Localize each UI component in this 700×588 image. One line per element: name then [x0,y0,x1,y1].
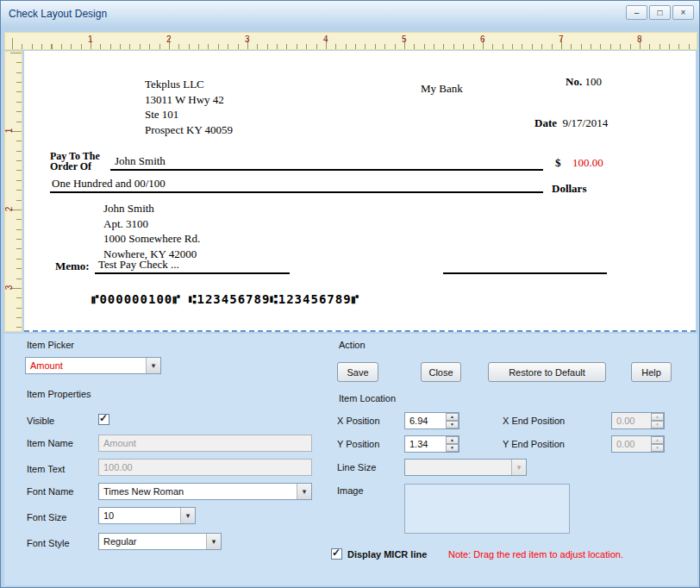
check-number-value: 100 [584,75,602,88]
item-text-field[interactable] [98,459,312,476]
ruler-number: 8 [637,34,642,44]
window-title: Check Layout Design [9,8,107,20]
visible-label: Visible [27,416,54,426]
ruler-number: 1 [4,128,14,134]
check-icon: ✓ [99,412,108,424]
line-size-label: Line Size [337,462,376,472]
maximize-icon: □ [657,8,662,17]
date-label: Date [534,116,557,129]
ruler-number: 1 [88,34,93,44]
restore-default-button[interactable]: Restore to Default [488,362,606,382]
font-style-dropdown[interactable]: Regular ▾ [98,533,222,550]
chevron-down-icon[interactable]: ▾ [297,484,311,499]
y-position-label: Y Position [337,439,379,449]
ruler-number: 5 [402,34,407,44]
spin-down-icon: ▼ [651,421,664,428]
spin-up-icon[interactable]: ▲ [446,413,459,421]
minimize-icon: – [634,8,640,17]
ruler-number: 7 [559,34,564,44]
item-properties-label: Item Properties [27,389,91,399]
control-panel: Item Picker Amount ▾ Item Properties Vis… [4,334,697,585]
pay-to-label-item[interactable]: Pay To The Order Of [50,151,100,172]
ruler-number: 6 [480,34,485,44]
date-item[interactable]: Date 9/17/2014 [534,116,608,130]
spin-down-icon[interactable]: ▼ [446,444,459,452]
y-position-value[interactable]: 1.34 [405,436,446,452]
check-preview[interactable]: Tekplus LLC 13011 W Hwy 42 Ste 101 Prosp… [24,51,696,332]
font-style-label: Font Style [27,538,70,548]
minimize-button[interactable]: – [626,5,647,20]
image-label: Image [337,485,364,496]
font-size-dropdown[interactable]: 10 ▾ [98,507,196,524]
y-position-spinner[interactable]: 1.34 ▲ ▼ [404,435,459,453]
spin-down-icon[interactable]: ▼ [446,421,459,428]
x-position-spinner[interactable]: 6.94 ▲ ▼ [404,412,459,429]
item-name-field[interactable] [98,435,312,452]
ruler-number: 3 [245,34,250,44]
display-micr-checkbox[interactable]: ✓ [331,548,342,560]
micr-line-item[interactable]: ⑈000000100⑈ ⑆123456789⑆123456789⑈ [91,292,359,306]
x-position-value[interactable]: 6.94 [405,413,446,428]
y-end-position-value: 0.00 [612,436,651,452]
memo-value-item[interactable]: Test Pay Check ... [95,258,290,274]
company-address-item[interactable]: Tekplus LLC 13011 W Hwy 42 Ste 101 Prosp… [145,77,233,137]
visible-checkbox[interactable]: ✓ [98,414,109,425]
maximize-button[interactable]: □ [649,5,671,20]
vertical-ruler: 1 2 3 [4,51,22,332]
chevron-down-icon: ▾ [511,460,526,475]
chevron-down-icon[interactable]: ▾ [206,534,221,549]
image-box [404,484,570,534]
amount-item[interactable]: 100.00 [572,156,603,170]
ruler-number: 3 [4,285,14,291]
x-end-position-spinner: 0.00 ▲ ▼ [611,412,665,429]
close-icon: × [681,8,686,17]
window-controls: – □ × [626,5,694,20]
memo-label-item[interactable]: Memo: [55,260,90,273]
close-button[interactable]: × [672,5,694,20]
item-picker-label: Item Picker [27,340,74,350]
font-name-label: Font Name [27,486,73,497]
line-size-value [405,460,511,475]
x-end-position-label: X End Position [503,416,565,426]
check-icon: ✓ [332,547,341,559]
ruler-number: 2 [4,207,14,212]
item-picker-value: Amount [26,358,146,373]
item-name-label: Item Name [27,438,73,448]
font-style-value: Regular [99,534,206,549]
bank-name-item[interactable]: My Bank [421,82,463,96]
help-button[interactable]: Help [631,362,672,382]
ruler-number: 4 [323,34,328,44]
chevron-down-icon[interactable]: ▾ [180,508,195,523]
horizontal-ruler: 1 2 3 4 5 6 7 8 [4,32,697,50]
font-name-dropdown[interactable]: Times New Roman ▾ [98,483,312,500]
spin-up-icon[interactable]: ▲ [446,436,459,444]
save-button[interactable]: Save [337,362,378,382]
check-number-item[interactable]: No. 100 [566,75,602,89]
y-end-position-spinner: 0.00 ▲ ▼ [611,435,665,453]
titlebar[interactable]: Check Layout Design – □ × [1,1,699,28]
spin-down-icon: ▼ [651,444,664,452]
check-number-label: No. [566,75,582,88]
signature-line-item[interactable] [443,258,607,274]
amount-words-item[interactable]: One Hundred and 00/100 [50,177,543,193]
currency-symbol-item[interactable]: $ [555,156,561,170]
item-picker-dropdown[interactable]: Amount ▾ [25,357,161,374]
display-micr-label: Display MICR line [347,549,427,560]
font-size-label: Font Size [27,512,66,522]
x-position-label: X Position [337,416,380,426]
item-text-label: Item Text [27,464,65,474]
item-location-label: Item Location [339,393,396,403]
spin-up-icon: ▲ [651,436,664,444]
chevron-down-icon[interactable]: ▾ [146,358,160,373]
check-layout-design-window: Check Layout Design – □ × 1 2 3 4 5 6 7 … [0,0,700,588]
action-label: Action [339,340,366,350]
x-end-position-value: 0.00 [612,413,651,428]
font-size-value: 10 [99,508,180,523]
dollars-label-item[interactable]: Dollars [552,182,586,196]
payee-name-item[interactable]: John Smith [110,154,543,171]
y-end-position-label: Y End Position [503,439,565,449]
font-name-value: Times New Roman [99,484,297,499]
ruler-number: 2 [166,34,172,44]
payee-address-item[interactable]: John Smith Apt. 3100 1000 Somewhere Rd. … [103,201,200,261]
close-action-button[interactable]: Close [421,362,461,382]
